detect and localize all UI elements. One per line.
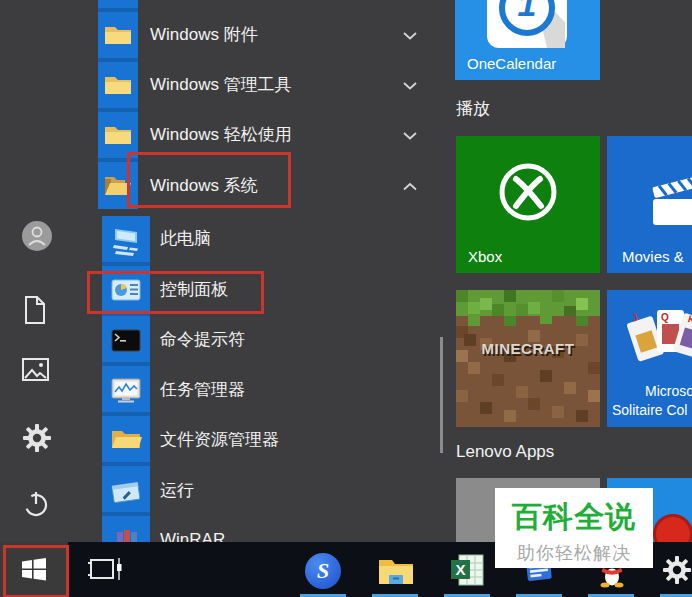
gear-icon [662,555,692,585]
menu-item-windows-system[interactable]: Windows 系统 [90,163,446,209]
tile-label: OneCalendar [467,55,556,72]
settings-taskbar-button[interactable] [662,555,692,585]
tile-label: Xbox [468,248,502,265]
chevron-up-icon[interactable] [402,182,418,191]
menu-item-control-panel[interactable]: 控制面板 [90,267,446,313]
chevron-down-icon[interactable] [402,81,418,90]
menu-item-command-prompt[interactable]: 命令提示符 [90,317,446,363]
menu-item-windows-accessories[interactable]: Windows 附件 [90,12,446,58]
folder-icon [98,15,138,55]
menu-item-label: 此电脑 [160,216,211,262]
menu-item-label: Windows 管理工具 [150,62,292,108]
windows-start-menu-screen: Windows 附件 Windows 管理工具 Windows 轻松使用 Win… [0,0,692,597]
tile-group-header-play: 播放 [456,97,490,120]
menu-item-this-pc[interactable]: 此电脑 [90,216,446,262]
file-explorer-taskbar-button[interactable] [377,555,415,587]
tile-group-header-lenovo-apps: Lenovo Apps [456,442,554,462]
onecalendar-digit: 1 [487,0,567,24]
tile-label-line1: Microso [645,383,692,399]
documents-button[interactable] [22,295,52,325]
gear-icon [22,423,52,453]
menu-item-label: 任务管理器 [160,367,245,413]
menu-item-label: Windows 轻松使用 [150,112,292,158]
user-avatar-icon [22,221,52,251]
watermark-badge: 百科全说 助你轻松解决 [495,488,653,568]
clapperboard-icon [649,174,692,232]
start-menu-scrollbar[interactable] [440,337,443,453]
pictures-button[interactable] [22,358,52,388]
menu-item-windows-ease-of-access[interactable]: Windows 轻松使用 [90,112,446,158]
folder-icon [98,65,138,105]
tile-minecraft[interactable]: MINECRAFT [456,290,600,427]
task-manager-icon [104,368,148,412]
power-button[interactable] [22,489,52,519]
excel-taskbar-button[interactable]: X [449,553,485,587]
user-avatar[interactable] [22,221,52,251]
menu-item-label: 运行 [160,468,194,514]
start-button[interactable] [0,542,68,597]
settings-button[interactable] [22,423,52,453]
menu-item-label: Windows 附件 [150,12,258,58]
menu-item-task-manager[interactable]: 任务管理器 [90,367,446,413]
chevron-down-icon[interactable] [402,131,418,140]
this-pc-icon [104,217,148,261]
power-icon [22,489,50,519]
card-rank: Q [661,312,669,323]
folder-icon [377,555,415,587]
watermark-title: 百科全说 [495,497,653,538]
command-prompt-icon [104,318,148,362]
file-explorer-icon [104,418,148,462]
minecraft-tile-art [456,290,600,427]
menu-item-windows-admin-tools[interactable]: Windows 管理工具 [90,62,446,108]
menu-item-label: 文件资源管理器 [160,417,279,463]
task-view-icon [86,555,128,585]
folder-icon [98,115,138,155]
xbox-icon [496,160,560,224]
tile-xbox[interactable]: Xbox [456,136,600,273]
task-view-button[interactable] [86,555,128,585]
tile-label-line2: Solitaire Col [612,402,687,418]
excel-letter: X [451,561,470,578]
menu-item-label: Windows 系统 [150,163,258,209]
run-icon [104,469,148,513]
pictures-icon [22,358,50,382]
minecraft-logo: MINECRAFT [456,340,600,357]
sogou-browser-icon: S [305,553,341,589]
sogou-browser-button[interactable]: S [305,553,341,589]
tile-movies-tv[interactable]: Movies & [607,136,692,273]
menu-item-label: 控制面板 [160,267,228,313]
control-panel-icon [104,268,148,312]
open-folder-icon [98,166,138,206]
menu-item-label: 命令提示符 [160,317,245,363]
tile-solitaire[interactable]: J Q K Microso Solitaire Col [607,290,692,427]
tile-label: Movies & [622,248,684,265]
chevron-down-icon[interactable] [402,31,418,40]
menu-item-run[interactable]: 运行 [90,468,446,514]
menu-item-file-explorer[interactable]: 文件资源管理器 [90,417,446,463]
tile-onecalendar[interactable]: 1 OneCalendar [455,0,600,80]
watermark-subtitle: 助你轻松解决 [495,541,653,565]
onecalendar-icon: 1 [487,0,567,48]
document-icon [22,295,48,325]
sogou-letter: S [305,553,341,589]
windows-logo-icon [21,557,47,582]
